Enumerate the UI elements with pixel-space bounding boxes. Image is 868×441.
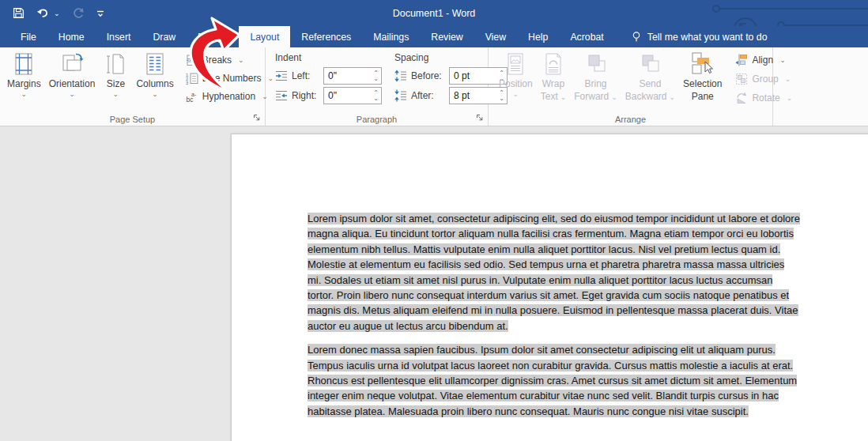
group-label-paragraph: Paragraph — [266, 115, 488, 124]
size-button[interactable]: Size ⌄ — [99, 50, 132, 113]
line-numbers-icon: 123 — [186, 72, 198, 85]
paragraph: Lorem donec massa sapien faucibus. Ipsum… — [308, 342, 801, 419]
margins-icon — [11, 51, 36, 77]
tab-draw[interactable]: Draw — [142, 26, 187, 47]
indent-heading: Indent — [275, 52, 382, 63]
svg-text:3: 3 — [186, 81, 188, 85]
button-label: Backward⌄ — [625, 92, 675, 102]
chevron-down-icon: ⌄ — [152, 91, 158, 97]
chevron-down-icon: ⌄ — [560, 93, 567, 101]
button-label: Selection — [683, 79, 722, 89]
selection-pane-button[interactable]: Selection Pane — [679, 50, 726, 113]
lightbulb-icon — [631, 31, 642, 43]
columns-icon — [142, 51, 168, 77]
tab-mailings[interactable]: Mailings — [362, 26, 420, 47]
wrap-text-button-disabled: Wrap Text⌄ — [537, 50, 571, 113]
quick-access-toolbar: ⌄ — [13, 0, 105, 26]
button-label: Breaks — [202, 55, 232, 66]
document-text[interactable]: Lorem ipsum dolor sit amet, consectetur … — [308, 211, 801, 428]
spacing-before-icon — [394, 70, 407, 82]
send-backward-button-disabled: Send Backward⌄ — [621, 50, 679, 113]
spacing-before-value: 0 pt — [454, 70, 470, 81]
tab-insert[interactable]: Insert — [96, 26, 142, 47]
spacing-after-label: After: — [411, 90, 446, 101]
position-button-disabled: Position ⌄ — [495, 50, 537, 113]
spinner-buttons[interactable]: ⌃⌄ — [373, 90, 381, 101]
button-label: Position — [499, 79, 533, 89]
chevron-down-icon: ⌄ — [787, 95, 793, 101]
paragraph: Lorem ipsum dolor sit amet, consectetur … — [308, 211, 801, 334]
undo-button[interactable]: ⌄ — [36, 7, 60, 19]
ribbon: Margins ⌄ Orientation ⌄ Size ⌄ Columns ⌄ — [0, 47, 868, 126]
tab-references[interactable]: References — [290, 26, 362, 47]
button-label: Pane — [692, 92, 714, 102]
margins-button[interactable]: Margins ⌄ — [3, 50, 45, 113]
spinner-buttons[interactable]: ⌃⌄ — [373, 70, 381, 81]
indent-left-label: Left: — [292, 70, 320, 81]
document-page[interactable]: Lorem ipsum dolor sit amet, consectetur … — [232, 134, 868, 441]
tab-review[interactable]: Review — [420, 26, 474, 47]
tab-acrobat[interactable]: Acrobat — [559, 26, 614, 47]
spacing-after-icon — [394, 89, 407, 102]
chevron-down-icon: ⌄ — [779, 57, 786, 63]
button-label: Columns — [136, 79, 173, 89]
rotate-icon — [735, 92, 748, 104]
button-label: Forward⌄ — [574, 92, 617, 102]
chevron-down-icon: ⌄ — [785, 76, 791, 82]
button-label: Group — [752, 74, 778, 85]
page-setup-dialog-launcher[interactable] — [252, 113, 262, 122]
window-title: Document1 - Word — [0, 0, 868, 26]
paragraph-dialog-launcher[interactable] — [475, 113, 485, 122]
chevron-down-icon: ⌄ — [513, 91, 519, 97]
tab-view[interactable]: View — [474, 26, 517, 47]
line-numbers-button[interactable]: 123 Line Numbers ⌄ — [186, 72, 274, 85]
tell-me-box[interactable]: Tell me what you want to do — [631, 26, 768, 47]
columns-button[interactable]: Columns ⌄ — [132, 50, 177, 113]
tab-layout[interactable]: Layout — [239, 26, 290, 47]
indent-right-input[interactable]: 0" ⌃⌄ — [323, 87, 382, 104]
indent-left-input[interactable]: 0" ⌃⌄ — [323, 67, 382, 85]
button-label: Bring — [585, 79, 607, 89]
group-icon — [735, 73, 748, 85]
tab-file[interactable]: File — [9, 26, 47, 47]
group-label-page-setup: Page Setup — [0, 115, 265, 124]
position-icon — [503, 51, 528, 77]
button-label: Margins — [7, 79, 41, 89]
wrap-text-icon — [541, 51, 566, 77]
tab-home[interactable]: Home — [47, 26, 96, 47]
rotate-button-disabled: Rotate ⌄ — [735, 92, 792, 104]
selected-text: Lorem donec massa sapien faucibus. Ipsum… — [308, 344, 797, 417]
save-button[interactable] — [13, 7, 25, 19]
chevron-down-icon: ⌄ — [69, 91, 75, 97]
customize-quick-access-button[interactable] — [96, 9, 105, 18]
button-label: Wrap — [542, 79, 564, 89]
hyphenation-icon: a-bc — [186, 90, 198, 103]
group-arrange: Position ⌄ Wrap Text⌄ Bring Forward⌄ Sen… — [489, 47, 773, 126]
bring-forward-icon — [583, 51, 609, 77]
redo-icon — [72, 7, 84, 19]
tab-design[interactable]: Design — [187, 26, 239, 47]
indent-right-icon — [275, 89, 288, 102]
align-button[interactable]: Align ⌄ — [735, 54, 792, 66]
orientation-icon — [59, 51, 85, 77]
indent-right-value: 0" — [328, 90, 337, 101]
group-button-disabled: Group ⌄ — [735, 73, 792, 85]
orientation-button[interactable]: Orientation ⌄ — [45, 50, 100, 113]
breaks-button[interactable]: Breaks ⌄ — [186, 54, 274, 66]
spinner-down-icon: ⌄ — [373, 76, 379, 81]
button-label: Align — [752, 55, 773, 66]
indent-right-label: Right: — [292, 90, 320, 101]
spacing-after-value: 8 pt — [454, 90, 470, 101]
indent-left-value: 0" — [328, 70, 337, 81]
spacing-before-label: Before: — [411, 70, 446, 81]
button-label: Rotate — [752, 92, 779, 104]
selected-text: Lorem ipsum dolor sit amet, consectetur … — [308, 213, 800, 332]
chevron-down-icon: ⌄ — [54, 10, 60, 17]
indent-column: Indent Left: 0" ⌃⌄ Right: 0" ⌃⌄ — [275, 52, 382, 107]
button-label: Size — [107, 79, 125, 89]
hyphenation-button[interactable]: a-bc Hyphenation ⌄ — [186, 90, 274, 103]
breaks-icon — [186, 54, 198, 66]
tab-help[interactable]: Help — [517, 26, 559, 47]
bring-forward-button-disabled: Bring Forward⌄ — [570, 50, 621, 113]
redo-button-disabled — [72, 7, 84, 19]
